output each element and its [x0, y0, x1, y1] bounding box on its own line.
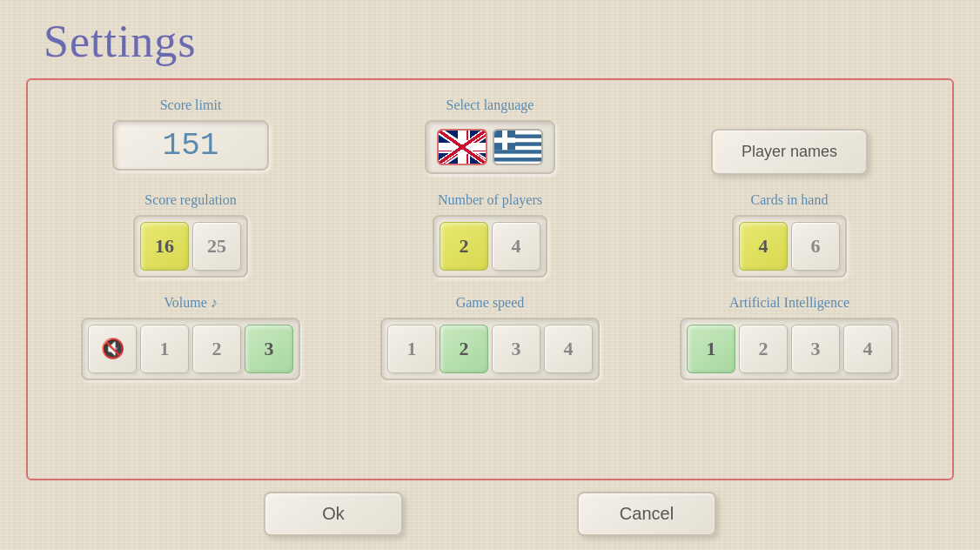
volume-3-button[interactable]: 3 [245, 325, 293, 373]
speed-1-button[interactable]: 1 [387, 325, 436, 373]
cards-in-hand-label: Cards in hand [751, 192, 829, 208]
score-limit-label: Score limit [160, 97, 222, 113]
ai-2-button[interactable]: 2 [739, 325, 788, 373]
score-input-wrapper [112, 120, 269, 171]
svg-rect-5 [460, 131, 470, 164]
mute-icon: 🔇 [101, 338, 124, 360]
ai-4-button[interactable]: 4 [843, 325, 892, 373]
score-reg-16-button[interactable]: 16 [140, 222, 189, 271]
svg-rect-7 [461, 131, 468, 164]
game-speed-toggle: 1 2 3 4 [380, 318, 600, 380]
speed-2-button[interactable]: 2 [440, 325, 488, 373]
score-regulation-block: Score regulation 16 25 [54, 192, 327, 278]
svg-rect-0 [439, 131, 486, 164]
svg-rect-6 [439, 143, 486, 153]
volume-label: Volume ♪ [164, 295, 217, 311]
svg-rect-14 [494, 162, 541, 164]
num-players-label: Number of players [438, 192, 542, 208]
svg-line-3 [439, 131, 486, 164]
volume-1-button[interactable]: 1 [140, 325, 189, 373]
speed-3-button[interactable]: 3 [492, 325, 540, 373]
ai-1-button[interactable]: 1 [687, 325, 735, 373]
svg-line-4 [439, 131, 486, 164]
player-names-block: Player names [653, 97, 926, 175]
ok-button[interactable]: Ok [264, 492, 403, 536]
volume-mute-button[interactable]: 🔇 [88, 325, 137, 373]
score-limit-input[interactable] [121, 128, 260, 164]
page-title: Settings [0, 0, 980, 76]
language-selector [425, 120, 555, 174]
main-panel: Score limit Select language [26, 78, 954, 480]
num-players-toggle: 2 4 [433, 215, 547, 278]
ai-3-button[interactable]: 3 [791, 325, 840, 373]
game-speed-label: Game speed [456, 295, 525, 311]
player-names-button[interactable]: Player names [711, 129, 868, 175]
speed-4-button[interactable]: 4 [544, 325, 593, 373]
num-players-2-button[interactable]: 2 [440, 222, 488, 271]
num-players-4-button[interactable]: 4 [492, 222, 540, 271]
cards-6-button[interactable]: 6 [791, 222, 840, 271]
svg-line-2 [439, 131, 486, 164]
cards-4-button[interactable]: 4 [739, 222, 788, 271]
score-reg-25-button[interactable]: 25 [192, 222, 241, 271]
volume-block: Volume ♪ 🔇 1 2 3 [54, 295, 327, 380]
game-speed-block: Game speed 1 2 3 4 [353, 295, 627, 380]
volume-2-button[interactable]: 2 [192, 325, 241, 373]
volume-toggle: 🔇 1 2 3 [81, 318, 300, 380]
num-players-block: Number of players 2 4 [353, 192, 627, 278]
flag-uk-button[interactable] [437, 129, 487, 165]
svg-rect-8 [439, 144, 486, 151]
score-limit-block: Score limit [54, 97, 327, 175]
language-block: Select language [353, 97, 627, 175]
cancel-button[interactable]: Cancel [577, 492, 716, 536]
score-regulation-toggle: 16 25 [133, 215, 248, 278]
svg-rect-17 [494, 138, 515, 143]
language-label: Select language [446, 97, 534, 113]
svg-line-1 [439, 131, 486, 164]
bottom-buttons: Ok Cancel [0, 492, 980, 536]
cards-in-hand-toggle: 4 6 [732, 215, 847, 278]
ai-toggle: 1 2 3 4 [680, 318, 899, 380]
flag-greek-button[interactable] [493, 129, 543, 165]
score-regulation-label: Score regulation [144, 192, 236, 208]
ai-label: Artificial Intelligence [729, 295, 849, 311]
cards-in-hand-block: Cards in hand 4 6 [653, 192, 926, 278]
ai-block: Artificial Intelligence 1 2 3 4 [653, 295, 926, 380]
svg-rect-13 [494, 154, 541, 158]
